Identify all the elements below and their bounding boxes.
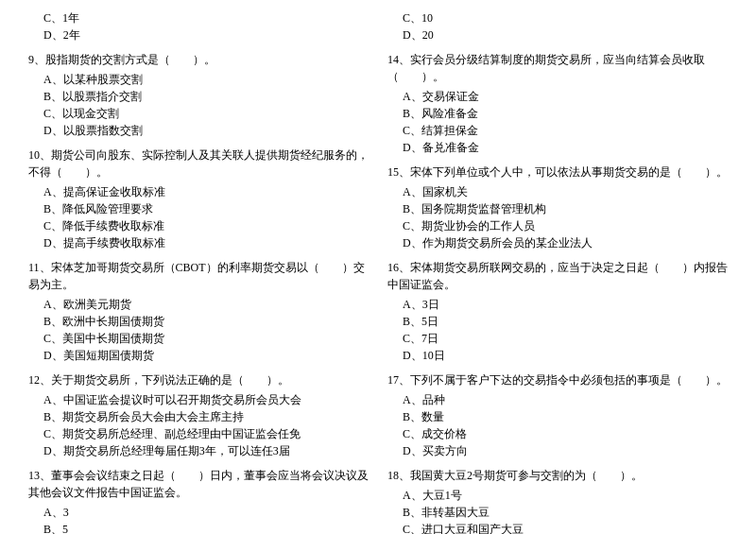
q16-option-a: A、3日 xyxy=(387,296,728,313)
option-c1: C、1年 xyxy=(28,9,369,26)
question-16-title: 16、宋体期货交易所联网交易的，应当于决定之日起（ ）内报告中国证监会。 xyxy=(387,259,728,293)
question-15-title: 15、宋体下列单位或个人中，可以依法从事期货交易的是（ ）。 xyxy=(387,164,728,181)
left-column: C、1年 D、2年 9、股指期货的交割方式是（ ）。 A、以某种股票交割 B、以… xyxy=(28,9,369,534)
q10-option-c: C、降低手续费收取标准 xyxy=(28,217,369,234)
question-12: 12、关于期货交易所，下列说法正确的是（ ）。 A、中国证监会提议时可以召开期货… xyxy=(28,371,369,459)
q17-option-b: B、数量 xyxy=(387,408,728,425)
question-16: 16、宋体期货交易所联网交易的，应当于决定之日起（ ）内报告中国证监会。 A、3… xyxy=(387,259,728,364)
right-column: C、10 D、20 14、实行会员分级结算制度的期货交易所，应当向结算会员收取（… xyxy=(387,9,728,534)
q17-option-c: C、成交价格 xyxy=(387,425,728,442)
question-14-title: 14、实行会员分级结算制度的期货交易所，应当向结算会员收取（ ）。 xyxy=(387,51,728,85)
q15-option-d: D、作为期货交易所会员的某企业法人 xyxy=(387,234,728,251)
question-12-title: 12、关于期货交易所，下列说法正确的是（ ）。 xyxy=(28,371,369,388)
q16-option-d: D、10日 xyxy=(387,347,728,364)
q14-option-c: C、结算担保金 xyxy=(387,122,728,139)
question-10-title: 10、期货公司向股东、实际控制人及其关联人提供期货经纪服务的，不得（ ）。 xyxy=(28,146,369,181)
option-d2: D、20 xyxy=(387,26,728,43)
q11-option-c: C、美国中长期国债期货 xyxy=(28,330,369,347)
q17-option-d: D、买卖方向 xyxy=(387,442,728,459)
q16-option-c: C、7日 xyxy=(387,330,728,347)
q18-option-b: B、非转基因大豆 xyxy=(387,504,728,521)
q9-option-d: D、以股票指数交割 xyxy=(28,122,369,139)
question-18: 18、我国黄大豆2号期货可参与交割的为（ ）。 A、大豆1号 B、非转基因大豆 … xyxy=(387,467,728,534)
question-11-title: 11、宋体芝加哥期货交易所（CBOT）的利率期货交易以（ ）交易为主。 xyxy=(28,259,369,293)
q15-option-c: C、期货业协会的工作人员 xyxy=(387,217,728,234)
question-13-title: 13、董事会会议结束之日起（ ）日内，董事会应当将会议决议及其他会议文件报告中国… xyxy=(28,467,369,501)
q15-option-b: B、国务院期货监督管理机构 xyxy=(387,200,728,217)
q9-option-b: B、以股票指介交割 xyxy=(28,88,369,105)
q12-option-c: C、期货交易所总经理、副总经理由中国证监会任免 xyxy=(28,425,369,442)
question-continuation-left: C、1年 D、2年 xyxy=(28,9,369,43)
option-d1: D、2年 xyxy=(28,26,369,43)
page-content: C、1年 D、2年 9、股指期货的交割方式是（ ）。 A、以某种股票交割 B、以… xyxy=(28,9,728,534)
q12-option-a: A、中国证监会提议时可以召开期货交易所会员大会 xyxy=(28,391,369,408)
q11-option-a: A、欧洲美元期货 xyxy=(28,296,369,313)
question-13: 13、董事会会议结束之日起（ ）日内，董事会应当将会议决议及其他会议文件报告中国… xyxy=(28,467,369,534)
question-17: 17、下列不属于客户下达的交易指令中必须包括的事项是（ ）。 A、品种 B、数量… xyxy=(387,371,728,459)
q12-option-d: D、期货交易所总经理每届任期3年，可以连任3届 xyxy=(28,442,369,459)
q12-option-b: B、期货交易所会员大会由大会主席主持 xyxy=(28,408,369,425)
question-17-title: 17、下列不属于客户下达的交易指令中必须包括的事项是（ ）。 xyxy=(387,371,728,388)
q10-option-b: B、降低风险管理要求 xyxy=(28,200,369,217)
q13-option-a: A、3 xyxy=(28,504,369,521)
q14-option-a: A、交易保证金 xyxy=(387,88,728,105)
question-10: 10、期货公司向股东、实际控制人及其关联人提供期货经纪服务的，不得（ ）。 A、… xyxy=(28,146,369,251)
q9-option-c: C、以现金交割 xyxy=(28,105,369,122)
q14-option-d: D、备兑准备金 xyxy=(387,139,728,156)
option-c2: C、10 xyxy=(387,9,728,26)
q14-option-b: B、风险准备金 xyxy=(387,105,728,122)
question-9: 9、股指期货的交割方式是（ ）。 A、以某种股票交割 B、以股票指介交割 C、以… xyxy=(28,51,369,139)
question-15: 15、宋体下列单位或个人中，可以依法从事期货交易的是（ ）。 A、国家机关 B、… xyxy=(387,164,728,251)
q11-option-b: B、欧洲中长期国债期货 xyxy=(28,313,369,330)
question-18-title: 18、我国黄大豆2号期货可参与交割的为（ ）。 xyxy=(387,467,728,484)
q17-option-a: A、品种 xyxy=(387,391,728,408)
q10-option-d: D、提高手续费收取标准 xyxy=(28,234,369,251)
q18-option-c: C、进口大豆和国产大豆 xyxy=(387,521,728,534)
q9-option-a: A、以某种股票交割 xyxy=(28,71,369,88)
q13-option-b: B、5 xyxy=(28,521,369,534)
question-14: 14、实行会员分级结算制度的期货交易所，应当向结算会员收取（ ）。 A、交易保证… xyxy=(387,51,728,156)
q10-option-a: A、提高保证金收取标准 xyxy=(28,183,369,200)
question-9-title: 9、股指期货的交割方式是（ ）。 xyxy=(28,51,369,68)
q11-option-d: D、美国短期国债期货 xyxy=(28,347,369,364)
q15-option-a: A、国家机关 xyxy=(387,183,728,200)
q18-option-a: A、大豆1号 xyxy=(387,487,728,504)
question-continuation-right: C、10 D、20 xyxy=(387,9,728,43)
q16-option-b: B、5日 xyxy=(387,313,728,330)
question-11: 11、宋体芝加哥期货交易所（CBOT）的利率期货交易以（ ）交易为主。 A、欧洲… xyxy=(28,259,369,364)
